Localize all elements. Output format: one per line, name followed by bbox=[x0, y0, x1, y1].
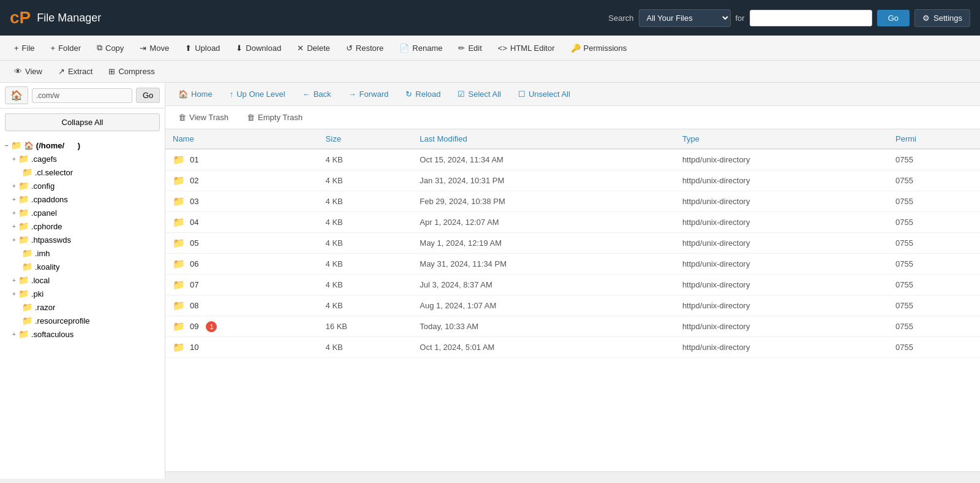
settings-button[interactable]: ⚙ Settings bbox=[914, 9, 970, 27]
tree-item-cpaddons[interactable]: + 📁 .cpaddons bbox=[0, 192, 165, 206]
upload-button[interactable]: ⬆ Upload bbox=[178, 40, 227, 56]
tree-item-softaculous[interactable]: + 📁 .softaculous bbox=[0, 327, 165, 341]
tree-item-imh[interactable]: 📁 .imh bbox=[0, 246, 165, 260]
folder-icon: 📁 bbox=[173, 300, 185, 311]
download-icon: ⬇ bbox=[236, 44, 243, 53]
file-name-cell[interactable]: 📁08 bbox=[165, 295, 318, 316]
search-go-button[interactable]: Go bbox=[877, 10, 910, 26]
compress-icon: ⊞ bbox=[108, 67, 115, 76]
col-header-name[interactable]: Name bbox=[165, 129, 318, 149]
restore-button[interactable]: ↺ Restore bbox=[339, 40, 391, 56]
download-button[interactable]: ⬇ Download bbox=[229, 40, 288, 56]
copy-button[interactable]: ⧉ Copy bbox=[90, 39, 130, 56]
search-scope-select[interactable]: All Your Files File Names Only File Cont… bbox=[639, 9, 731, 27]
view-trash-button[interactable]: 🗑 View Trash bbox=[172, 110, 235, 125]
folder-icon: 📁 bbox=[18, 329, 29, 339]
table-row[interactable]: 📁044 KBApr 1, 2024, 12:07 AMhttpd/unix-d… bbox=[165, 212, 980, 233]
file-type-cell: httpd/unix-directory bbox=[675, 170, 888, 191]
tree-item-cl-selector[interactable]: 📁 .cl.selector bbox=[0, 165, 165, 179]
file-name-cell[interactable]: 📁10 bbox=[165, 337, 318, 357]
table-row[interactable]: 📁074 KBJul 3, 2024, 8:37 AMhttpd/unix-di… bbox=[165, 275, 980, 295]
restore-label: Restore bbox=[356, 44, 384, 53]
table-row[interactable]: 📁014 KBOct 15, 2024, 11:34 AMhttpd/unix-… bbox=[165, 149, 980, 170]
permissions-label: Permissions bbox=[584, 44, 627, 53]
file-type-cell: httpd/unix-directory bbox=[675, 295, 888, 316]
empty-trash-button[interactable]: 🗑 Empty Trash bbox=[240, 110, 309, 125]
file-name-cell[interactable]: 📁02 bbox=[165, 170, 318, 191]
tree-item-config[interactable]: + 📁 .config bbox=[0, 179, 165, 192]
html-editor-button[interactable]: <> HTML Editor bbox=[491, 40, 562, 56]
file-tree: − 📁 🏠 (/home/ ) + 📁 .cagefs 📁 .cl.select… bbox=[0, 136, 165, 479]
tree-item-cpanel[interactable]: + 📁 .cpanel bbox=[0, 206, 165, 219]
plus-expand-icon: + bbox=[12, 196, 16, 203]
table-row[interactable]: 📁104 KBOct 1, 2024, 5:01 AMhttpd/unix-di… bbox=[165, 337, 980, 358]
tree-item-label: .pki bbox=[31, 289, 43, 299]
copy-label: Copy bbox=[105, 44, 124, 53]
col-header-perms[interactable]: Permi bbox=[888, 129, 980, 149]
tree-item-label: .softaculous bbox=[31, 330, 74, 339]
new-file-button[interactable]: + File bbox=[7, 40, 42, 56]
col-header-type[interactable]: Type bbox=[675, 129, 888, 149]
table-row[interactable]: 📁084 KBAug 1, 2024, 1:07 AMhttpd/unix-di… bbox=[165, 295, 980, 316]
table-row[interactable]: 📁024 KBJan 31, 2024, 10:31 PMhttpd/unix-… bbox=[165, 170, 980, 191]
file-name-cell[interactable]: 📁091 bbox=[165, 316, 318, 337]
nav-select-all-button[interactable]: ☑ Select All bbox=[451, 86, 507, 102]
nav-forward-button[interactable]: → Forward bbox=[342, 86, 396, 102]
horizontal-scrollbar[interactable] bbox=[165, 471, 980, 479]
col-header-modified[interactable]: Last Modified bbox=[412, 129, 675, 149]
rename-button[interactable]: 📄 Rename bbox=[393, 40, 449, 56]
table-row[interactable]: 📁054 KBMay 1, 2024, 12:19 AMhttpd/unix-d… bbox=[165, 233, 980, 254]
plus-expand-icon: + bbox=[12, 183, 16, 189]
tree-item-local[interactable]: + 📁 .local bbox=[0, 273, 165, 287]
collapse-all-button[interactable]: Collapse All bbox=[5, 113, 160, 131]
tree-item-label: .imh bbox=[35, 249, 50, 258]
tree-item-koality[interactable]: 📁 .koality bbox=[0, 260, 165, 273]
tree-item-resourceprofile[interactable]: 📁 .resourceprofile bbox=[0, 314, 165, 327]
tree-item-label: .cagefs bbox=[31, 154, 57, 164]
file-name: 10 bbox=[190, 343, 198, 352]
nav-reload-button[interactable]: ↻ Reload bbox=[399, 86, 447, 102]
path-go-button[interactable]: Go bbox=[136, 88, 160, 103]
table-row[interactable]: 📁034 KBFeb 29, 2024, 10:38 PMhttpd/unix-… bbox=[165, 191, 980, 212]
file-perms-cell: 0755 bbox=[888, 149, 980, 170]
delete-button[interactable]: ✕ Delete bbox=[290, 40, 337, 56]
file-modified-cell: Feb 29, 2024, 10:38 PM bbox=[412, 191, 675, 212]
nav-home-button[interactable]: 🏠 Home bbox=[172, 86, 219, 102]
file-name-cell[interactable]: 📁01 bbox=[165, 150, 318, 170]
nav-back-button[interactable]: ← Back bbox=[296, 86, 338, 102]
folder-icon: 📁 bbox=[173, 196, 185, 207]
new-folder-button[interactable]: + Folder bbox=[44, 40, 88, 56]
file-name-cell[interactable]: 📁05 bbox=[165, 233, 318, 253]
new-folder-label: Folder bbox=[58, 44, 81, 53]
file-size-cell: 4 KB bbox=[318, 295, 413, 316]
nav-home-label: Home bbox=[191, 89, 213, 99]
col-header-size[interactable]: Size bbox=[318, 129, 413, 149]
move-button[interactable]: ⇥ Move bbox=[133, 40, 176, 56]
nav-unselect-all-button[interactable]: ☐ Unselect All bbox=[511, 86, 577, 102]
nav-unselect-all-label: Unselect All bbox=[529, 89, 570, 99]
file-name-cell[interactable]: 📁07 bbox=[165, 275, 318, 295]
permissions-button[interactable]: 🔑 Permissions bbox=[564, 40, 634, 56]
view-button[interactable]: 👁 View bbox=[7, 63, 49, 80]
path-input[interactable] bbox=[32, 88, 132, 103]
extract-button[interactable]: ↗ Extract bbox=[51, 63, 99, 80]
search-input[interactable] bbox=[750, 10, 872, 26]
tree-root-item[interactable]: − 📁 🏠 (/home/ ) bbox=[0, 139, 165, 152]
nav-up-one-level-button[interactable]: ↑ Up One Level bbox=[223, 86, 292, 102]
tree-item-cphorde[interactable]: + 📁 .cphorde bbox=[0, 219, 165, 233]
file-name-cell[interactable]: 📁04 bbox=[165, 212, 318, 232]
edit-button[interactable]: ✏ Edit bbox=[451, 40, 488, 56]
file-name-cell[interactable]: 📁06 bbox=[165, 254, 318, 274]
file-size-cell: 4 KB bbox=[318, 212, 413, 233]
sidebar-home-button[interactable]: 🏠 bbox=[5, 86, 28, 104]
tree-item-htpasswds[interactable]: + 📁 .htpasswds bbox=[0, 233, 165, 246]
plus-icon: + bbox=[14, 44, 19, 53]
file-name-cell[interactable]: 📁03 bbox=[165, 191, 318, 211]
tree-item-razor[interactable]: 📁 .razor bbox=[0, 300, 165, 314]
compress-button[interactable]: ⊞ Compress bbox=[102, 63, 161, 80]
tree-item-cagefs[interactable]: + 📁 .cagefs bbox=[0, 152, 165, 165]
table-row[interactable]: 📁064 KBMay 31, 2024, 11:34 PMhttpd/unix-… bbox=[165, 254, 980, 275]
tree-item-pki[interactable]: + 📁 .pki bbox=[0, 287, 165, 300]
file-modified-cell: Jul 3, 2024, 8:37 AM bbox=[412, 275, 675, 295]
table-row[interactable]: 📁09116 KBToday, 10:33 AMhttpd/unix-direc… bbox=[165, 316, 980, 337]
